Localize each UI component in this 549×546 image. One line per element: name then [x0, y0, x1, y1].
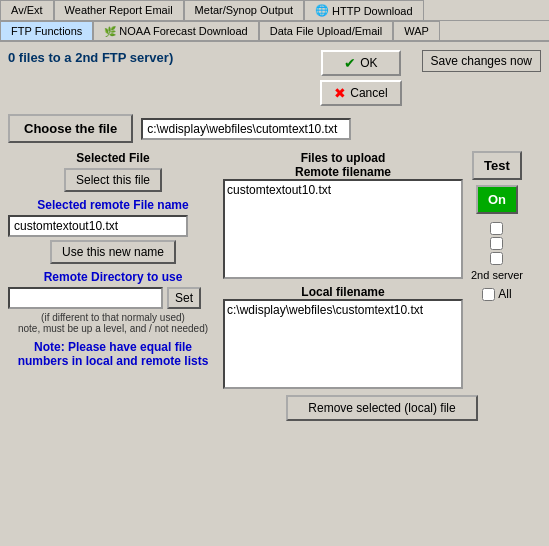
http-icon: 🌐 — [315, 4, 329, 17]
server2-check-3[interactable] — [490, 252, 503, 265]
remote-dir-input[interactable] — [8, 287, 163, 309]
remote-filename-label: Remote filename — [223, 165, 463, 179]
tab-weather-email[interactable]: Weather Report Email — [54, 0, 184, 20]
second-server-label: 2nd server — [471, 269, 523, 281]
tab-av-ext[interactable]: Av/Ext — [0, 0, 54, 20]
selected-remote-label: Selected remote File name — [8, 198, 218, 212]
local-filename-label: Local filename — [223, 285, 463, 299]
ok-cancel-group: ✔ OK ✖ Cancel — [320, 50, 401, 106]
tab-data-upload[interactable]: Data File Upload/Email — [259, 21, 394, 40]
remove-button[interactable]: Remove selected (local) file — [286, 395, 477, 421]
on-button[interactable]: On — [476, 185, 518, 214]
remote-name-input[interactable] — [8, 215, 188, 237]
tab-wap[interactable]: WAP — [393, 21, 440, 40]
server2-check-1[interactable] — [490, 222, 503, 235]
selected-file-section: Selected File Select this file — [8, 151, 218, 192]
server2-checkbox-1 — [490, 222, 503, 235]
header-row: 0 files to a 2nd FTP server) ✔ OK ✖ Canc… — [8, 50, 541, 106]
remote-dir-section: Remote Directory to use Set (if differen… — [8, 270, 218, 334]
note-equal: Note: Please have equal file numbers in … — [8, 340, 218, 368]
files-to-upload-label: Files to upload — [223, 151, 463, 165]
server2-checkbox-3 — [490, 252, 503, 265]
files-columns: Files to upload Remote filename customte… — [223, 151, 463, 389]
left-panel: Selected File Select this file Selected … — [8, 151, 218, 374]
save-changes-button[interactable]: Save changes now — [422, 50, 541, 72]
note-section: Note: Please have equal file numbers in … — [8, 340, 218, 368]
choose-file-button[interactable]: Choose the file — [8, 114, 133, 143]
tab-ftp-functions[interactable]: FTP Functions — [0, 21, 93, 40]
right-panel: Files to upload Remote filename customte… — [223, 151, 541, 421]
noaa-icon: 🌿 — [104, 26, 116, 37]
server2-checkbox-2 — [490, 237, 503, 250]
local-file-item: c:\wdisplay\webfiles\customtext10.txt — [227, 303, 459, 317]
set-button[interactable]: Set — [167, 287, 201, 309]
ok-button[interactable]: ✔ OK — [321, 50, 401, 76]
all-checkbox[interactable] — [482, 288, 495, 301]
cancel-button[interactable]: ✖ Cancel — [320, 80, 401, 106]
use-new-name-button[interactable]: Use this new name — [50, 240, 176, 264]
header-buttons: ✔ OK ✖ Cancel Save changes now — [320, 50, 541, 106]
local-files-list[interactable]: c:\wdisplay\webfiles\customtext10.txt — [223, 299, 463, 389]
remote-file-item: customtextout10.txt — [227, 183, 459, 197]
tab-noaa[interactable]: 🌿 NOAA Forecast Download — [93, 21, 258, 40]
files-upload-area: Files to upload Remote filename customte… — [223, 151, 541, 389]
choose-file-row: Choose the file — [8, 114, 541, 143]
server2-check-2[interactable] — [490, 237, 503, 250]
all-checkbox-row: All — [482, 287, 511, 301]
dir-note1: (if different to that normaly used) — [8, 312, 218, 323]
tab-bar-bottom: FTP Functions 🌿 NOAA Forecast Download D… — [0, 21, 549, 42]
main-content: 0 files to a 2nd FTP server) ✔ OK ✖ Canc… — [0, 42, 549, 429]
server2-checkboxes — [490, 222, 503, 265]
test-button[interactable]: Test — [472, 151, 522, 180]
tab-http[interactable]: 🌐 HTTP Download — [304, 0, 424, 20]
right-controls: Test On 2nd server — [471, 151, 523, 301]
file-path-input[interactable] — [141, 118, 351, 140]
check-icon: ✔ — [344, 55, 356, 71]
dir-note2: note, must be up a level, and / not need… — [8, 323, 218, 334]
all-label: All — [498, 287, 511, 301]
selected-file-label: Selected File — [8, 151, 218, 165]
page-title: 0 files to a 2nd FTP server) — [8, 50, 173, 65]
select-file-button[interactable]: Select this file — [64, 168, 162, 192]
remote-files-list[interactable]: customtextout10.txt — [223, 179, 463, 279]
tab-bar-top: Av/Ext Weather Report Email Metar/Synop … — [0, 0, 549, 21]
remote-dir-label: Remote Directory to use — [8, 270, 218, 284]
remote-name-section: Selected remote File name Use this new n… — [8, 198, 218, 264]
x-icon: ✖ — [334, 85, 346, 101]
tab-metar[interactable]: Metar/Synop Output — [184, 0, 304, 20]
two-col-layout: Selected File Select this file Selected … — [8, 151, 541, 421]
